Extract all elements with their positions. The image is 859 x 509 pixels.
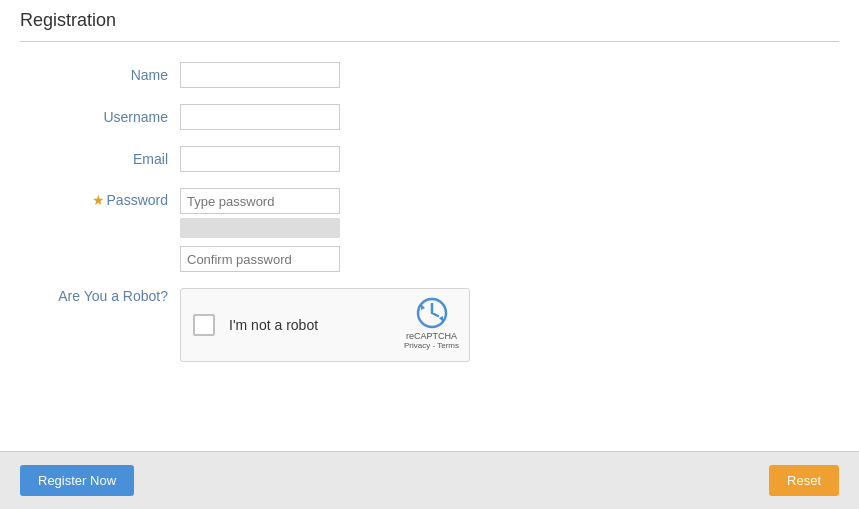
main-content: Registration Name Username Email ★Passwo…: [0, 0, 859, 451]
register-button[interactable]: Register Now: [20, 465, 134, 496]
recaptcha-links: Privacy - Terms: [404, 341, 459, 350]
email-label: Email: [20, 151, 180, 167]
captcha-checkbox[interactable]: [193, 314, 215, 336]
footer-bar: Register Now Reset: [0, 451, 859, 509]
email-row: Email: [20, 146, 839, 172]
username-input[interactable]: [180, 104, 340, 130]
captcha-logo-area: reCAPTCHA Privacy - Terms: [404, 297, 459, 350]
recaptcha-icon: [416, 297, 448, 329]
captcha-container[interactable]: I'm not a robot reCAPTCHA Privacy - Term…: [180, 288, 470, 362]
name-input[interactable]: [180, 62, 340, 88]
captcha-row: Are You a Robot? I'm not a robot reCAPTC…: [20, 288, 839, 362]
name-row: Name: [20, 62, 839, 88]
username-label: Username: [20, 109, 180, 125]
required-star: ★: [92, 192, 105, 208]
password-block: [180, 188, 340, 272]
username-row: Username: [20, 104, 839, 130]
recaptcha-brand-label: reCAPTCHA: [406, 331, 457, 341]
recaptcha-privacy: Privacy: [404, 341, 430, 350]
password-input[interactable]: [180, 188, 340, 214]
password-label: ★Password: [20, 188, 180, 208]
password-strength-bar: [180, 218, 340, 238]
recaptcha-terms: Terms: [437, 341, 459, 350]
name-label: Name: [20, 67, 180, 83]
password-row: ★Password: [20, 188, 839, 272]
page-title: Registration: [20, 10, 839, 42]
page-wrapper: Registration Name Username Email ★Passwo…: [0, 0, 859, 509]
reset-button[interactable]: Reset: [769, 465, 839, 496]
captcha-label: Are You a Robot?: [20, 288, 180, 304]
email-input[interactable]: [180, 146, 340, 172]
confirm-password-input[interactable]: [180, 246, 340, 272]
